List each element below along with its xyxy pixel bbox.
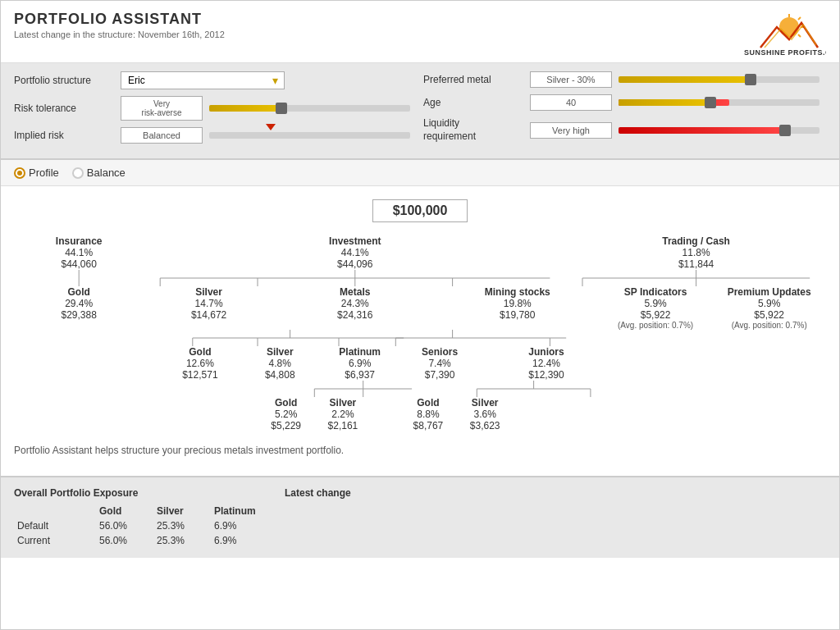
metals-silver-pct: 4.8% (240, 358, 320, 369)
liquidity-value: Very high (530, 122, 612, 139)
age-track (619, 99, 819, 106)
portfolio-select-wrapper[interactable]: Eric (121, 71, 285, 89)
juniors-silver-name: Silver (457, 397, 514, 409)
portfolio-select[interactable]: Eric (121, 71, 285, 89)
seniors-silver-name: Silver (314, 397, 371, 409)
metals-silver-name: Silver (240, 346, 320, 358)
main-content: $100,000 Insurance 44.1% $44,060 Investm… (1, 186, 839, 476)
tab-balance[interactable]: Balance (72, 167, 126, 179)
footer-area: Overall Portfolio Exposure Gold Silver P… (1, 476, 839, 558)
trading-pct: 11.8% (566, 247, 826, 258)
silver-l2-val: $14,672 (144, 309, 273, 321)
implied-risk-value: Balanced (121, 127, 203, 144)
level3-row: Gold 12.6% $12,571 Silver 4.8% $4,808 Pl… (14, 346, 826, 381)
liquidity-slider[interactable] (612, 127, 826, 134)
footer-right: Latest change (285, 487, 351, 504)
trading-col: Trading / Cash 11.8% $11,844 (566, 235, 826, 270)
age-slider-thumb[interactable] (705, 97, 716, 108)
gold-l2-name: Gold (14, 286, 144, 298)
sp-l2-val: $5,922 (599, 309, 713, 321)
premium-l2-note: (Avg. position: 0.7%) (712, 321, 826, 330)
mining-seniors-col: Seniors 7.4% $7,390 (399, 346, 479, 381)
controls-grid: Portfolio structure Eric Risk tolerance … (14, 71, 826, 150)
risk-slider[interactable] (203, 105, 417, 112)
implied-risk-arrow (266, 124, 276, 130)
metals-platinum-name: Platinum (320, 346, 399, 358)
seniors-silver-val: $2,161 (314, 420, 371, 431)
footer-grid: Gold Silver Platinum Default 56.0% 25.3%… (14, 504, 268, 548)
age-row: Age 40 (423, 94, 826, 111)
trading-val: $11,844 (566, 258, 826, 270)
mining-seniors-pct: 7.4% (399, 358, 479, 369)
metals-l2-pct: 24.3% (274, 298, 436, 309)
juniors-gold-pct: 8.8% (399, 409, 456, 420)
level1-row: Insurance 44.1% $44,060 Investment 44.1%… (14, 235, 826, 270)
metals-silver-col: Silver 4.8% $4,808 (240, 346, 320, 381)
preferred-metal-thumb[interactable] (745, 74, 756, 85)
seniors-gold-pct: 5.2% (258, 409, 314, 420)
profile-radio[interactable] (14, 167, 25, 179)
app-title: PORTFOLIO ASSISTANT (14, 11, 225, 28)
premium-l2-col: Premium Updates 5.9% $5,922 (Avg. positi… (712, 286, 826, 330)
insurance-val: $44,060 (14, 258, 144, 270)
insurance-pct: 44.1% (14, 247, 144, 258)
metals-gold-val: $12,571 (160, 369, 240, 381)
trading-name: Trading / Cash (566, 235, 826, 247)
preferred-metal-label: Preferred metal (423, 74, 530, 85)
balance-radio[interactable] (72, 167, 84, 179)
svg-line-2 (798, 17, 801, 20)
logo: SUNSHINE PROFITS.COM (719, 11, 826, 56)
app-subtitle: Latest change in the structure: November… (14, 30, 225, 39)
right-controls: Preferred metal Silver - 30% Age 40 (423, 71, 826, 150)
mining-juniors-name: Juniors (506, 346, 586, 358)
gold-l2-pct: 29.4% (14, 298, 144, 309)
tab-profile[interactable]: Profile (14, 167, 59, 179)
footer-current-gold: 56.0% (96, 533, 153, 548)
metals-platinum-col: Platinum 6.9% $6,937 (320, 346, 399, 381)
tree-lines-l2 (14, 330, 826, 346)
footer-current-platinum: 6.9% (211, 533, 268, 548)
footer-default-label: Default (14, 518, 96, 533)
app-container: PORTFOLIO ASSISTANT Latest change in the… (0, 0, 840, 630)
mining-l2-name: Mining stocks (436, 286, 599, 298)
preferred-metal-slider[interactable] (612, 76, 826, 83)
footer-default-silver: 25.3% (153, 518, 211, 533)
footer-latest-change-label: Latest change (285, 487, 351, 499)
juniors-gold-val: $8,767 (399, 420, 456, 431)
footer-current-label: Current (14, 533, 96, 548)
liquidity-thumb[interactable] (779, 125, 791, 136)
risk-slider-thumb[interactable] (276, 103, 287, 114)
mining-seniors-val: $7,390 (399, 369, 479, 381)
risk-slider-track (209, 105, 410, 112)
silver-l2-name: Silver (144, 286, 273, 298)
implied-risk-slider[interactable] (203, 132, 417, 139)
portfolio-structure-label: Portfolio structure (14, 75, 121, 86)
metals-platinum-val: $6,937 (320, 369, 399, 381)
risk-tolerance-row: Risk tolerance Veryrisk-averse (14, 96, 417, 121)
header: PORTFOLIO ASSISTANT Latest change in the… (1, 1, 839, 63)
silver-l2-col: Silver 14.7% $14,672 (144, 286, 273, 330)
premium-l2-val: $5,922 (712, 309, 826, 321)
juniors-gold-name: Gold (399, 397, 456, 409)
portfolio-total: $100,000 (14, 199, 826, 222)
portfolio-total-box: $100,000 (372, 199, 468, 222)
footer-col-empty (14, 504, 96, 518)
investment-col: Investment 44.1% $44,096 (144, 235, 566, 270)
mining-juniors-pct: 12.4% (506, 358, 586, 369)
sp-l2-pct: 5.9% (599, 298, 713, 309)
metals-l2-val: $24,316 (274, 309, 436, 321)
seniors-gold-name: Gold (258, 397, 314, 409)
juniors-silver-col: Silver 3.6% $3,623 (457, 397, 514, 431)
liquidity-fill (619, 127, 783, 134)
age-value: 40 (530, 94, 612, 111)
age-slider-fill-gold (619, 99, 709, 106)
metals-l2-col: Metals 24.3% $24,316 (274, 286, 436, 330)
age-slider[interactable] (612, 99, 826, 106)
premium-l2-name: Premium Updates (712, 286, 826, 298)
risk-tolerance-value: Veryrisk-averse (121, 96, 203, 121)
implied-risk-row: Implied risk Balanced (14, 127, 417, 144)
level2-row: Gold 29.4% $29,388 Silver 14.7% $14,672 … (14, 286, 826, 330)
mining-juniors-val: $12,390 (506, 369, 586, 381)
implied-risk-track (209, 132, 410, 139)
insurance-name: Insurance (14, 235, 144, 247)
